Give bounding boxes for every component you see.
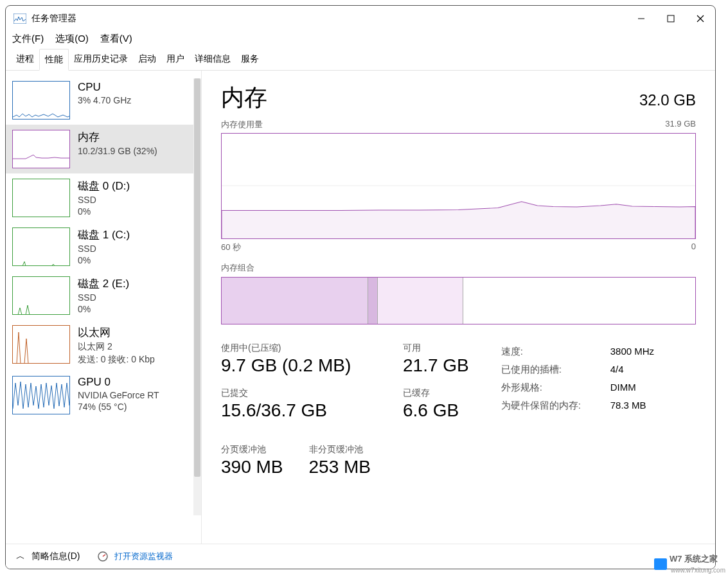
chart-label: 内存使用量 <box>221 119 263 130</box>
menu-view[interactable]: 查看(V) <box>100 33 132 45</box>
x-axis-right: 0 <box>691 242 696 253</box>
disk2-sub1: SSD <box>78 292 129 303</box>
cached-label: 已缓存 <box>403 387 469 399</box>
tab-performance[interactable]: 性能 <box>39 49 69 71</box>
sidebar-scrollbar[interactable] <box>193 78 201 515</box>
form-key: 外形规格: <box>501 378 610 396</box>
disk1-sub1: SSD <box>78 244 130 254</box>
nonpaged-label: 非分页缓冲池 <box>309 444 371 456</box>
tabs: 进程 性能 应用历史记录 启动 用户 详细信息 服务 <box>6 49 715 71</box>
open-resource-monitor-link[interactable]: 打开资源监视器 <box>114 551 173 562</box>
spec-table: 速度:3800 MHz 已使用的插槽:4/4 外形规格:DIMM 为硬件保留的内… <box>501 342 654 477</box>
menu-options[interactable]: 选项(O) <box>55 33 89 45</box>
memory-capacity: 32.0 GB <box>639 91 696 109</box>
titlebar: 任务管理器 <box>6 6 715 31</box>
footer: ︿ 简略信息(D) 打开资源监视器 <box>6 544 715 569</box>
resource-monitor-icon <box>98 551 108 562</box>
sidebar-item-disk2[interactable]: 磁盘 2 (E:) SSD 0% <box>6 271 193 320</box>
in-use-value: 9.7 GB (0.2 MB) <box>221 355 371 376</box>
stats-area: 使用中(已压缩) 9.7 GB (0.2 MB) 已提交 15.6/36.7 G… <box>221 342 696 477</box>
gpu-title: GPU 0 <box>78 376 159 389</box>
cpu-sub: 3% 4.70 GHz <box>78 95 131 105</box>
watermark-brand: W7 系统之家 <box>670 554 718 564</box>
reserved-val: 78.3 MB <box>610 396 646 414</box>
page-title: 内存 <box>221 82 267 114</box>
available-label: 可用 <box>403 342 469 354</box>
form-val: DIMM <box>610 378 636 396</box>
speed-val: 3800 MHz <box>610 342 654 360</box>
comp-seg-free <box>463 278 695 324</box>
gpu-sub2: 74% (55 °C) <box>78 402 159 412</box>
task-manager-window: 任务管理器 文件(F) 选项(O) 查看(V) 进程 性能 应用历史记录 启动 … <box>5 5 716 569</box>
sidebar-item-memory[interactable]: 内存 10.2/31.9 GB (32%) <box>6 125 193 173</box>
disk1-sub2: 0% <box>78 255 130 265</box>
committed-label: 已提交 <box>221 387 371 399</box>
tab-services[interactable]: 服务 <box>236 49 264 70</box>
close-button[interactable] <box>686 6 715 31</box>
comp-seg-modified <box>368 278 378 324</box>
sidebar-item-ethernet[interactable]: 以太网 以太网 2 发送: 0 接收: 0 Kbp <box>6 320 193 371</box>
watermark-logo-icon <box>654 558 667 570</box>
disk0-sub1: SSD <box>78 195 130 205</box>
gpu-thumb-chart <box>12 376 70 414</box>
disk0-thumb-chart <box>12 179 70 217</box>
memory-sub: 10.2/31.9 GB (32%) <box>78 146 157 156</box>
disk2-thumb-chart <box>12 276 70 315</box>
content-area: CPU 3% 4.70 GHz 内存 10.2/31.9 GB (32%) <box>6 71 715 544</box>
speed-key: 速度: <box>501 342 610 360</box>
memory-usage-chart[interactable] <box>221 133 696 239</box>
ethernet-title: 以太网 <box>78 325 155 340</box>
disk1-thumb-chart <box>12 227 70 266</box>
committed-value: 15.6/36.7 GB <box>221 400 371 421</box>
disk0-sub2: 0% <box>78 206 130 217</box>
sidebar-scrollbar-thumb[interactable] <box>194 78 200 477</box>
watermark: W7 系统之家 www.w7xitong.com <box>654 553 725 574</box>
disk2-title: 磁盘 2 (E:) <box>78 276 129 291</box>
menubar: 文件(F) 选项(O) 查看(V) <box>6 31 715 49</box>
comp-seg-in-use <box>222 278 368 324</box>
tab-details[interactable]: 详细信息 <box>190 49 236 70</box>
ethernet-sub1: 以太网 2 <box>78 341 155 353</box>
memory-thumb-chart <box>12 130 70 168</box>
nonpaged-value: 253 MB <box>309 457 371 477</box>
main-panel: 内存 32.0 GB 内存使用量 31.9 GB 60 秒 0 内存组合 <box>202 71 715 544</box>
paged-label: 分页缓冲池 <box>221 444 283 456</box>
disk1-title: 磁盘 1 (C:) <box>78 227 130 242</box>
disk0-title: 磁盘 0 (D:) <box>78 179 130 193</box>
composition-label: 内存组合 <box>221 262 696 274</box>
cpu-thumb-chart <box>12 81 70 120</box>
sidebar-item-cpu[interactable]: CPU 3% 4.70 GHz <box>6 76 193 125</box>
watermark-url: www.w7xitong.com <box>671 567 725 574</box>
chevron-up-icon[interactable]: ︿ <box>16 551 25 562</box>
disk2-sub2: 0% <box>78 304 129 314</box>
ethernet-sub2: 发送: 0 接收: 0 Kbp <box>78 354 155 366</box>
tab-processes[interactable]: 进程 <box>11 49 39 70</box>
window-controls <box>626 6 715 31</box>
cached-value: 6.6 GB <box>403 400 469 421</box>
sidebar-item-gpu[interactable]: GPU 0 NVIDIA GeForce RT 74% (55 °C) <box>6 371 193 420</box>
in-use-label: 使用中(已压缩) <box>221 342 371 354</box>
sidebar-item-disk0[interactable]: 磁盘 0 (D:) SSD 0% <box>6 173 193 222</box>
svg-rect-2 <box>668 15 674 22</box>
chart-max: 31.9 GB <box>665 119 696 130</box>
memory-title: 内存 <box>78 130 157 145</box>
gpu-sub1: NVIDIA GeForce RT <box>78 390 159 400</box>
available-value: 21.7 GB <box>403 355 469 376</box>
memory-composition-bar[interactable] <box>221 277 696 324</box>
slots-val: 4/4 <box>610 360 624 378</box>
menu-file[interactable]: 文件(F) <box>12 33 44 45</box>
tab-users[interactable]: 用户 <box>161 49 190 70</box>
ethernet-thumb-chart <box>12 325 70 364</box>
sidebar: CPU 3% 4.70 GHz 内存 10.2/31.9 GB (32%) <box>6 71 202 544</box>
svg-line-7 <box>103 555 105 556</box>
minimize-button[interactable] <box>626 6 656 31</box>
maximize-button[interactable] <box>656 6 686 31</box>
sidebar-item-disk1[interactable]: 磁盘 1 (C:) SSD 0% <box>6 222 193 271</box>
comp-seg-standby <box>378 278 463 324</box>
tab-app-history[interactable]: 应用历史记录 <box>69 49 133 70</box>
brief-info-link[interactable]: 简略信息(D) <box>31 551 80 562</box>
reserved-key: 为硬件保留的内存: <box>501 396 610 414</box>
tab-startup[interactable]: 启动 <box>133 49 161 70</box>
app-icon <box>13 13 26 24</box>
svg-rect-0 <box>13 13 26 24</box>
